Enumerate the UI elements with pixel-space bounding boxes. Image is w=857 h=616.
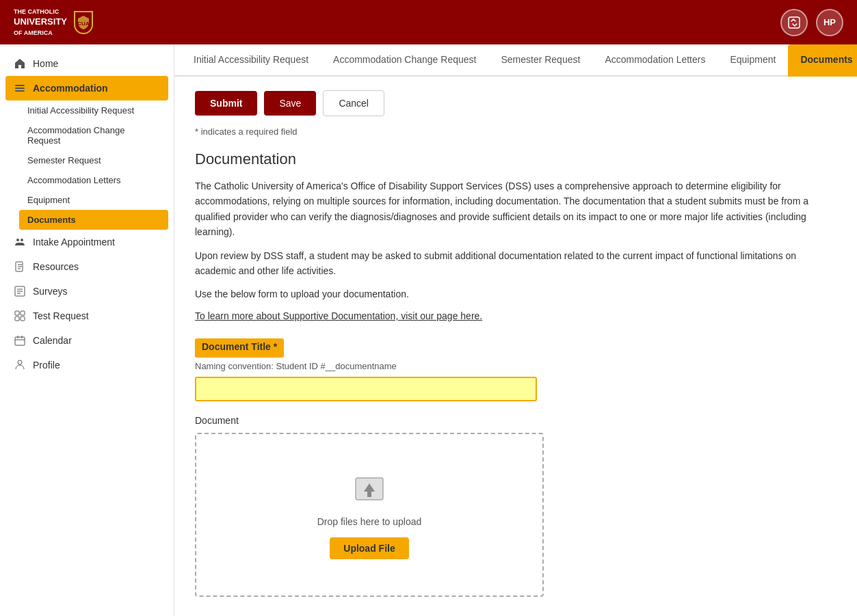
svg-rect-11 <box>15 317 19 321</box>
supportive-doc-link[interactable]: To learn more about Supportive Documenta… <box>195 310 482 321</box>
document-label: Document <box>195 415 836 426</box>
accommodation-change-label: Accommodation Change Request <box>27 125 160 146</box>
cancel-button[interactable]: Cancel <box>323 90 384 116</box>
test-request-icon <box>14 310 26 322</box>
accommodation-letters-label: Accommodation Letters <box>27 175 121 185</box>
upload-icon <box>352 470 386 506</box>
svg-rect-10 <box>21 311 25 315</box>
sidebar-item-accommodation-letters[interactable]: Accommodation Letters <box>14 170 174 190</box>
sidebar-item-calendar[interactable]: Calendar <box>0 328 174 353</box>
profile-icon <box>14 359 26 371</box>
logo: THE CATHOLIC UNIVERSITY OF AMERICA CUA <box>14 8 93 37</box>
sidebar-accommodation-label: Accommodation <box>33 83 108 94</box>
surveys-icon <box>14 285 26 297</box>
action-buttons: Submit Save Cancel <box>195 90 836 116</box>
svg-rect-4 <box>15 90 25 92</box>
document-title-input[interactable] <box>195 377 537 401</box>
user-initials: HP <box>823 17 836 27</box>
logo-line2: UNIVERSITY <box>14 16 67 28</box>
tab-initial-accessibility[interactable]: Initial Accessibility Request <box>181 44 321 77</box>
initial-accessibility-label: Initial Accessibility Request <box>27 105 134 116</box>
logo-line1: THE CATHOLIC <box>14 8 67 16</box>
svg-text:CUA: CUA <box>78 21 89 27</box>
sidebar-item-intake-appointment[interactable]: Intake Appointment <box>0 230 174 254</box>
svg-rect-2 <box>15 85 25 86</box>
sidebar-item-accommodation-change[interactable]: Accommodation Change Request <box>14 120 174 150</box>
home-icon <box>14 57 26 70</box>
page-title: Documentation <box>195 150 836 168</box>
sidebar-item-equipment[interactable]: Equipment <box>14 190 174 210</box>
page-content: Submit Save Cancel * indicates a require… <box>174 77 857 616</box>
tab-semester-request-label: Semester Request <box>501 54 580 65</box>
document-title-label: Document Title * <box>202 341 277 352</box>
tab-equipment-label: Equipment <box>730 54 776 65</box>
sidebar-item-resources[interactable]: Resources <box>0 254 174 279</box>
svg-rect-3 <box>15 88 25 89</box>
svg-rect-12 <box>21 317 25 321</box>
header: THE CATHOLIC UNIVERSITY OF AMERICA CUA H… <box>0 0 857 44</box>
documents-label: Documents <box>27 215 76 225</box>
tab-documents[interactable]: Documents <box>788 44 857 77</box>
required-note: * indicates a required field <box>195 126 836 137</box>
equipment-label: Equipment <box>27 195 70 205</box>
description-3: Use the below form to upload your docume… <box>195 286 836 302</box>
user-avatar[interactable]: HP <box>816 9 843 36</box>
svg-point-14 <box>18 360 22 364</box>
surveys-label: Surveys <box>33 286 68 297</box>
svg-point-6 <box>21 239 23 241</box>
profile-label: Profile <box>33 360 60 371</box>
semester-request-label: Semester Request <box>27 155 101 165</box>
sidebar-item-home[interactable]: Home <box>0 51 174 76</box>
document-title-field: Document Title * Naming convention: Stud… <box>195 338 836 401</box>
tab-accommodation-letters-label: Accommodation Letters <box>605 54 705 65</box>
upload-file-button[interactable]: Upload File <box>330 537 408 559</box>
tab-equipment[interactable]: Equipment <box>717 44 788 77</box>
calendar-label: Calendar <box>33 335 72 346</box>
upload-drop-text: Drop files here to upload <box>317 516 422 527</box>
sidebar-item-profile[interactable]: Profile <box>0 353 174 377</box>
tabs-bar: Initial Accessibility Request Accommodat… <box>174 44 857 77</box>
intake-appointment-icon <box>14 236 26 248</box>
sidebar-item-documents[interactable]: Documents <box>19 210 168 230</box>
naming-convention-hint: Naming convention: Student ID #__documen… <box>195 361 836 371</box>
resources-label: Resources <box>33 261 79 272</box>
document-section: Document Drop files here to upload Uploa… <box>195 415 836 597</box>
test-request-label: Test Request <box>33 310 89 321</box>
save-button[interactable]: Save <box>264 91 316 116</box>
tab-initial-accessibility-label: Initial Accessibility Request <box>194 54 308 65</box>
sidebar-home-label: Home <box>33 58 58 69</box>
document-title-label-wrapper: Document Title * <box>195 338 284 358</box>
sidebar-item-semester-request[interactable]: Semester Request <box>14 150 174 170</box>
switch-icon-button[interactable] <box>780 9 808 36</box>
upload-drop-area[interactable]: Drop files here to upload Upload File <box>195 433 544 597</box>
svg-rect-13 <box>15 337 25 345</box>
resources-icon <box>14 260 26 273</box>
logo-shield: CUA <box>74 11 93 34</box>
tab-accommodation-letters[interactable]: Accommodation Letters <box>592 44 717 77</box>
main-layout: Home Accommodation Initial Accessibility… <box>0 44 857 616</box>
description-2: Upon review by DSS staff, a student may … <box>195 248 836 279</box>
tab-documents-label: Documents <box>800 54 852 65</box>
sidebar-sub-items: Initial Accessibility Request Accommodat… <box>0 101 174 230</box>
calendar-icon <box>14 334 26 347</box>
sidebar-item-accommodation[interactable]: Accommodation <box>5 76 168 101</box>
svg-point-5 <box>16 239 19 241</box>
accommodation-icon <box>14 82 26 94</box>
intake-appointment-label: Intake Appointment <box>33 237 115 247</box>
submit-button[interactable]: Submit <box>195 91 257 116</box>
svg-rect-18 <box>367 492 371 497</box>
content-area: Initial Accessibility Request Accommodat… <box>174 44 857 616</box>
header-icons: HP <box>780 9 843 36</box>
tab-accommodation-change[interactable]: Accommodation Change Request <box>321 44 488 77</box>
description-1: The Catholic University of America's Off… <box>195 178 836 240</box>
sidebar-item-surveys[interactable]: Surveys <box>0 279 174 304</box>
sidebar: Home Accommodation Initial Accessibility… <box>0 44 174 616</box>
logo-line3: OF AMERICA <box>14 29 67 38</box>
sidebar-item-test-request[interactable]: Test Request <box>0 304 174 328</box>
tab-semester-request[interactable]: Semester Request <box>488 44 592 77</box>
tab-accommodation-change-label: Accommodation Change Request <box>333 54 476 65</box>
svg-rect-9 <box>15 311 19 315</box>
sidebar-item-initial-accessibility[interactable]: Initial Accessibility Request <box>14 101 174 120</box>
svg-rect-1 <box>789 17 800 28</box>
